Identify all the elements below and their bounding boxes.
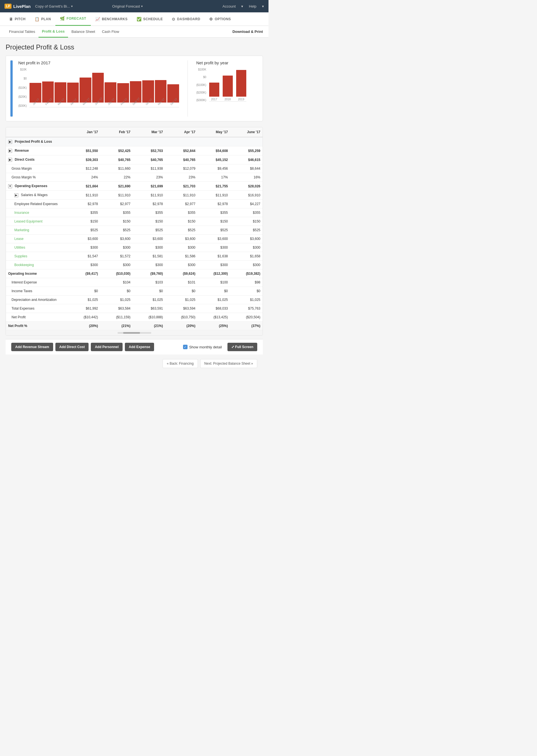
- row-label: ▶ Revenue: [6, 146, 68, 155]
- expand-icon[interactable]: ▶: [8, 158, 12, 162]
- expand-icon[interactable]: ▶: [14, 193, 18, 197]
- row-val: $11,938: [133, 164, 165, 173]
- row-val: $63,584: [101, 304, 133, 313]
- table-row: Employee Related Expenses $2,978 $2,977 …: [6, 200, 263, 208]
- row-val: $40,765: [101, 155, 133, 164]
- row-val: $12,079: [165, 164, 198, 173]
- row-val: ($9,760): [133, 269, 165, 278]
- row-val: ($12,300): [198, 269, 230, 278]
- row-val: $52,703: [133, 146, 165, 155]
- next-balance-sheet-button[interactable]: Next: Projected Balance Sheet »: [200, 359, 257, 368]
- row-val: (37%): [230, 322, 263, 330]
- row-val: $11,910: [68, 191, 101, 200]
- fullscreen-icon: ⤢: [231, 345, 234, 349]
- insurance-link[interactable]: Insurance: [14, 211, 29, 215]
- row-label: ▶ Direct Costs: [6, 155, 68, 164]
- plan-icon: 📋: [35, 17, 40, 21]
- subnav-financial-tables[interactable]: Financial Tables: [6, 26, 38, 38]
- subnav-profit-loss[interactable]: Profit & Loss: [38, 26, 68, 38]
- bar-jan: Jan '17: [29, 83, 41, 106]
- row-val: $300: [133, 261, 165, 269]
- row-val: $355: [198, 208, 230, 217]
- table-scroll-container[interactable]: Jan '17 Feb '17 Mar '17 Apr '17 May '17 …: [6, 127, 263, 330]
- account-arrow: ▾: [241, 4, 243, 9]
- help-link[interactable]: Help: [249, 4, 256, 9]
- bookkeeping-link[interactable]: Bookkeeping: [14, 263, 34, 267]
- row-val: $525: [230, 226, 263, 235]
- row-val: $21,703: [165, 182, 198, 191]
- expand-icon[interactable]: ▼: [8, 184, 12, 188]
- row-val: $525: [133, 226, 165, 235]
- page-navigation-footer: « Back: Financing Next: Projected Balanc…: [6, 355, 263, 372]
- table-row: Interest Expense $104 $103 $101 $100 $98: [6, 278, 263, 287]
- bar-jul: July '17: [104, 82, 116, 106]
- table-row: Operating Income ($9,417) ($10,030) ($9,…: [6, 269, 263, 278]
- subnav-cash-flow[interactable]: Cash Flow: [99, 26, 122, 38]
- scrollbar-area[interactable]: [6, 330, 263, 335]
- yearly-bar-2017: 2017: [209, 83, 219, 101]
- nav-benchmarks[interactable]: 📈 BENCHMARKS: [91, 12, 132, 26]
- nav-schedule-label: SCHEDULE: [143, 17, 163, 21]
- row-val: $1,547: [68, 252, 101, 261]
- table-row: Utilities $300 $300 $300 $300 $300 $300: [6, 243, 263, 252]
- row-label: Gross Margin: [6, 164, 68, 173]
- back-financing-button[interactable]: « Back: Financing: [162, 359, 198, 368]
- leased-equipment-link[interactable]: Leased Equipment: [14, 219, 42, 223]
- account-link[interactable]: Account: [223, 4, 236, 9]
- row-val: $3,600: [133, 235, 165, 243]
- row-val: $300: [133, 243, 165, 252]
- marketing-link[interactable]: Marketing: [14, 228, 29, 232]
- row-val: $21,699: [133, 182, 165, 191]
- row-label: Net Profit %: [6, 322, 68, 330]
- row-val: $55,259: [230, 146, 263, 155]
- scrollbar-thumb[interactable]: [123, 332, 140, 334]
- supplies-link[interactable]: Supplies: [14, 254, 27, 258]
- top-nav-right: Account ▾ Help ▾: [223, 4, 264, 9]
- lease-link[interactable]: Lease: [14, 237, 23, 241]
- doc-name[interactable]: Copy of Garrett's Bi...: [35, 4, 70, 9]
- schedule-icon: ✅: [137, 17, 142, 21]
- download-print-button[interactable]: Download & Print: [232, 29, 263, 34]
- row-val: $63,591: [133, 304, 165, 313]
- row-text: Salaries & Wages: [21, 193, 48, 197]
- show-monthly-checkbox[interactable]: ✓: [183, 345, 187, 349]
- fullscreen-button[interactable]: ⤢ Full Screen: [227, 343, 257, 351]
- row-val: $1,572: [101, 252, 133, 261]
- monthly-bars-container: Jan '17 Feb '17 Mar '17 Apr '17 May '17 …: [29, 73, 179, 107]
- nav-dashboard[interactable]: ⊙ DASHBOARD: [167, 12, 205, 26]
- subnav-balance-sheet[interactable]: Balance Sheet: [68, 26, 99, 38]
- row-val: $1,025: [133, 295, 165, 304]
- bar-apr: Apr '17: [67, 83, 79, 106]
- logo[interactable]: LP LivePlan: [5, 4, 31, 9]
- table-row: ▶ Projected Profit & Loss: [6, 137, 263, 146]
- row-val: $21,690: [101, 182, 133, 191]
- row-val: $52,425: [101, 146, 133, 155]
- doc-arrow: ▾: [71, 5, 73, 8]
- expand-icon[interactable]: ▶: [8, 140, 12, 144]
- row-label: Gross Margin %: [6, 173, 68, 182]
- row-val: $46,615: [230, 155, 263, 164]
- nav-pitch[interactable]: 🖥 PITCH: [5, 12, 30, 26]
- forecast-name[interactable]: Original Forecast: [112, 4, 140, 9]
- row-val: $0: [230, 287, 263, 295]
- add-expense-button[interactable]: Add Expense: [125, 343, 154, 351]
- row-val: $525: [198, 226, 230, 235]
- add-personnel-button[interactable]: Add Personnel: [91, 343, 123, 351]
- nav-forecast[interactable]: 🌿 FORECAST: [56, 12, 91, 26]
- row-val: $2,977: [165, 200, 198, 208]
- utilities-link[interactable]: Utilities: [14, 246, 25, 249]
- row-val: $3,600: [165, 235, 198, 243]
- row-val: [198, 137, 230, 146]
- row-val: 22%: [101, 173, 133, 182]
- expand-icon[interactable]: ▶: [8, 149, 12, 153]
- nav-options[interactable]: ⚙ OPTIONS: [205, 12, 235, 26]
- table-row: Supplies $1,547 $1,572 $1,581 $1,586 $1,…: [6, 252, 263, 261]
- row-label: Interest Expense: [6, 278, 68, 287]
- nav-schedule[interactable]: ✅ SCHEDULE: [132, 12, 168, 26]
- row-val: $150: [165, 217, 198, 226]
- add-direct-cost-button[interactable]: Add Direct Cost: [56, 343, 89, 351]
- add-revenue-stream-button[interactable]: Add Revenue Stream: [11, 343, 53, 351]
- nav-plan[interactable]: 📋 PLAN: [30, 12, 56, 26]
- row-label: Leased Equipment: [6, 217, 68, 226]
- yearly-y-labels: $100K $0 ($100K) ($200K) ($300K): [196, 68, 208, 102]
